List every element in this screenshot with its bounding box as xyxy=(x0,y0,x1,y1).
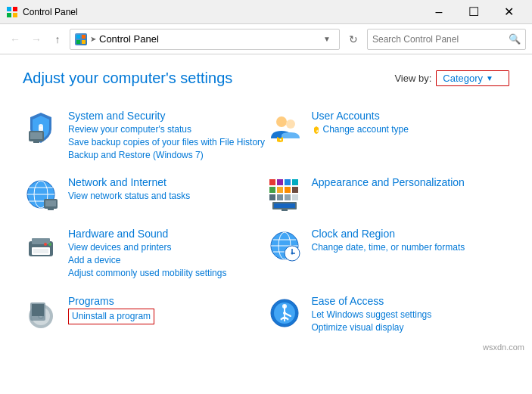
system-security-info: System and Security Review your computer… xyxy=(68,110,266,161)
user-accounts-icon: ★ xyxy=(266,110,303,146)
svg-rect-10 xyxy=(33,141,39,143)
back-button[interactable]: ← xyxy=(6,30,24,48)
svg-rect-60 xyxy=(32,304,44,316)
view-by: View by: Category ▼ xyxy=(394,70,509,86)
svg-point-65 xyxy=(283,312,286,315)
category-system-security: System and Security Review your computer… xyxy=(23,102,266,169)
svg-rect-43 xyxy=(33,249,48,253)
refresh-button[interactable]: ↻ xyxy=(343,29,364,50)
maximize-button[interactable]: ☐ xyxy=(456,0,491,24)
svg-rect-5 xyxy=(82,35,86,39)
ease-access-info: Ease of Access Let Windows suggest setti… xyxy=(312,295,510,334)
svg-rect-23 xyxy=(45,200,56,206)
svg-rect-24 xyxy=(48,209,54,210)
svg-rect-34 xyxy=(277,194,283,200)
ease-access-link-2[interactable]: Optimize visual display xyxy=(312,321,510,334)
programs-info: Programs Uninstall a program xyxy=(68,295,266,324)
close-button[interactable]: ✕ xyxy=(491,0,526,24)
svg-rect-6 xyxy=(76,40,80,44)
forward-button[interactable]: → xyxy=(27,30,45,48)
svg-rect-4 xyxy=(76,35,80,39)
title-bar-icon xyxy=(6,6,18,18)
hardware-sound-link-3[interactable]: Adjust commonly used mobility settings xyxy=(68,267,266,280)
svg-rect-41 xyxy=(32,238,50,244)
clock-region-link-1[interactable]: Change date, time, or number formats xyxy=(312,241,510,254)
search-input[interactable] xyxy=(372,34,509,45)
clock-region-title[interactable]: Clock and Region xyxy=(312,228,510,240)
title-bar: Control Panel – ☐ ✕ xyxy=(0,0,532,24)
appearance-title[interactable]: Appearance and Personalization xyxy=(312,176,510,188)
address-chevron: ➤ xyxy=(90,35,96,43)
view-by-label: View by: xyxy=(394,73,431,84)
system-security-link-1[interactable]: Review your computer's status xyxy=(68,123,266,136)
svg-point-14 xyxy=(286,119,295,129)
category-ease-access: Ease of Access Let Windows suggest setti… xyxy=(266,287,510,342)
title-bar-controls: – ☐ ✕ xyxy=(422,0,526,24)
system-security-title[interactable]: System and Security xyxy=(68,110,266,122)
category-user-accounts: ★ User Accounts ★ Change account type xyxy=(266,102,510,169)
hardware-sound-link-1[interactable]: View devices and printers xyxy=(68,241,266,254)
svg-rect-9 xyxy=(30,132,42,139)
category-network-internet: Network and Internet View network status… xyxy=(23,169,266,220)
hardware-sound-icon xyxy=(23,228,59,264)
hardware-sound-title[interactable]: Hardware and Sound xyxy=(68,228,266,240)
svg-point-66 xyxy=(282,304,287,309)
user-accounts-link-1[interactable]: ★ Change account type xyxy=(312,123,510,136)
user-accounts-info: User Accounts ★ Change account type xyxy=(312,110,510,136)
view-by-value: Category xyxy=(443,73,483,84)
system-security-link-3[interactable]: Backup and Restore (Windows 7) xyxy=(68,149,266,162)
svg-rect-39 xyxy=(282,209,288,211)
system-security-icon xyxy=(23,110,59,146)
svg-rect-36 xyxy=(292,194,298,200)
svg-rect-33 xyxy=(269,194,275,200)
network-internet-link-1[interactable]: View network status and tasks xyxy=(68,190,266,203)
svg-point-45 xyxy=(44,243,47,246)
hardware-sound-info: Hardware and Sound View devices and prin… xyxy=(68,228,266,279)
svg-rect-1 xyxy=(13,7,17,11)
svg-rect-7 xyxy=(82,40,86,44)
category-programs: Programs Uninstall a program xyxy=(23,287,266,342)
watermark: wsxdn.com xyxy=(483,343,524,352)
svg-rect-26 xyxy=(277,179,283,185)
address-dropdown-button[interactable]: ▼ xyxy=(319,29,334,49)
search-box[interactable]: 🔍 xyxy=(367,29,526,50)
ease-access-title[interactable]: Ease of Access xyxy=(312,295,510,307)
view-by-dropdown[interactable]: Category ▼ xyxy=(436,70,509,86)
svg-text:★: ★ xyxy=(316,129,319,133)
address-path[interactable]: ➤ Control Panel ▼ xyxy=(70,29,340,50)
ease-access-icon xyxy=(266,295,303,331)
network-internet-title[interactable]: Network and Internet xyxy=(68,176,266,188)
ease-access-link-1[interactable]: Let Windows suggest settings xyxy=(312,309,510,321)
clock-region-icon xyxy=(266,228,303,264)
svg-point-54 xyxy=(291,253,293,255)
svg-point-44 xyxy=(48,243,51,246)
svg-rect-29 xyxy=(269,187,275,193)
svg-text:★: ★ xyxy=(279,138,282,141)
programs-link-uninstall[interactable]: Uninstall a program xyxy=(68,309,154,324)
svg-rect-31 xyxy=(285,187,291,193)
up-button[interactable]: ↑ xyxy=(48,30,67,48)
svg-rect-32 xyxy=(292,187,298,193)
system-security-link-2[interactable]: Save backup copies of your files with Fi… xyxy=(68,136,266,149)
user-accounts-title[interactable]: User Accounts xyxy=(312,110,510,122)
svg-rect-0 xyxy=(7,7,11,11)
svg-rect-25 xyxy=(269,179,275,185)
programs-icon xyxy=(23,295,59,331)
search-icon: 🔍 xyxy=(509,33,521,45)
minimize-button[interactable]: – xyxy=(422,0,456,24)
svg-rect-2 xyxy=(7,13,11,17)
svg-rect-27 xyxy=(285,179,291,185)
svg-rect-38 xyxy=(274,203,295,208)
appearance-icon xyxy=(266,176,303,213)
svg-point-13 xyxy=(276,116,287,127)
address-bar: ← → ↑ ➤ Control Panel ▼ ↻ 🔍 xyxy=(0,24,532,54)
control-panel-path-icon xyxy=(75,33,87,45)
programs-title[interactable]: Programs xyxy=(68,295,266,307)
svg-rect-30 xyxy=(277,187,283,193)
main-content: Adjust your computer's settings View by:… xyxy=(0,54,532,356)
clock-region-info: Clock and Region Change date, time, or n… xyxy=(312,228,510,254)
hardware-sound-link-2[interactable]: Add a device xyxy=(68,254,266,267)
address-text: Control Panel xyxy=(99,33,316,45)
title-bar-title: Control Panel xyxy=(23,7,422,17)
category-appearance: Appearance and Personalization xyxy=(266,169,510,220)
